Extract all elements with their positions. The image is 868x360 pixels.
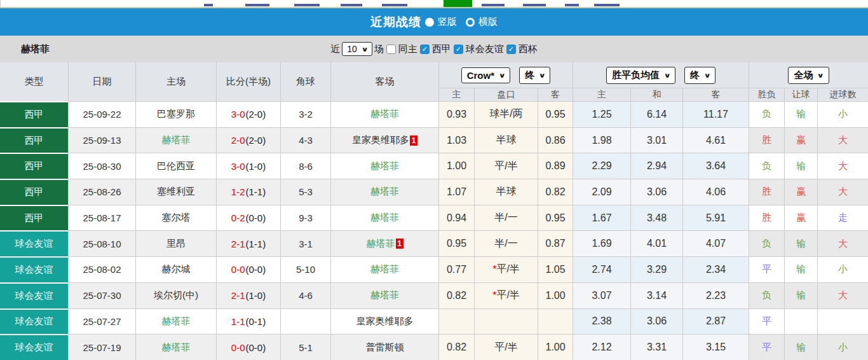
league-cell: 球会友谊 [0, 230, 68, 256]
average-period-select[interactable]: 终 ∨ [684, 67, 715, 84]
team-link[interactable]: 赫塔菲 [162, 315, 191, 328]
nav-item-sliver[interactable] [204, 4, 213, 6]
team-link[interactable]: 赫塔菲 [370, 212, 399, 224]
away-team-cell: 皇家奥维耶多1 [330, 127, 438, 153]
nav-item-sliver[interactable] [523, 4, 546, 6]
league-cell: 球会友谊 [0, 308, 68, 335]
asian-away-odds-cell: 0.82 [538, 179, 573, 205]
layout-horizontal-label: 横版 [478, 16, 498, 28]
company-period-select[interactable]: 终 ∨ [519, 67, 550, 84]
euro-away-odds-cell: 4.07 [682, 230, 749, 256]
euro-draw-odds-cell: 3.48 [630, 205, 682, 231]
corners-cell [280, 308, 330, 335]
team-link[interactable]: 里昂 [166, 238, 186, 250]
handicap-cell: 半球 [474, 127, 538, 153]
team-link[interactable]: 赫塔菲 [162, 342, 191, 354]
team-link[interactable]: 赫塔菲 [162, 134, 191, 146]
team-link[interactable]: 普雷斯顿 [366, 342, 404, 354]
handicap-cell: *平/半 [474, 256, 538, 282]
asian-away-odds-cell: 0.89 [538, 153, 573, 179]
asian-home-odds-cell: 0.82 [438, 334, 474, 360]
layout-horizontal-radio[interactable] [466, 18, 475, 27]
asian-away-odds-cell [538, 308, 573, 335]
euro-draw-odds-cell: 3.01 [630, 127, 682, 153]
corners-cell: 9-3 [280, 205, 330, 231]
team-link[interactable]: 赫塔菲 [370, 289, 399, 301]
scope-select[interactable]: 全场 ∨ [788, 67, 829, 84]
euro-draw-odds-cell: 4.01 [630, 230, 682, 256]
league-cup-checkbox[interactable] [506, 45, 516, 54]
company-select[interactable]: Crow* ∨ [461, 67, 510, 83]
team-link[interactable]: 巴塞罗那 [157, 108, 195, 120]
nav-item-sliver[interactable] [482, 4, 505, 6]
team-link[interactable]: 赫塔菲 [370, 160, 399, 172]
chevron-down-icon: ∨ [498, 72, 505, 79]
team-link[interactable]: 塞尔塔 [162, 212, 191, 224]
corners-cell: 3-1 [280, 230, 330, 256]
euro-away-odds-cell: 4.06 [682, 179, 749, 205]
goals-result-cell: 小 [817, 334, 868, 360]
asian-home-odds-cell: 0.93 [438, 101, 474, 127]
league-cell: 西甲 [0, 153, 68, 179]
goals-result-cell: 大 [817, 179, 868, 205]
nav-item-sliver[interactable] [594, 4, 609, 6]
euro-draw-odds-cell: 3.31 [630, 334, 682, 360]
away-team-cell: 赫塔菲1 [330, 230, 438, 256]
nav-item-sliver[interactable] [245, 4, 269, 6]
euro-home-odds-cell: 2.29 [573, 153, 630, 179]
nav-active-tab[interactable] [444, 0, 472, 7]
goals-result-cell: 大 [817, 153, 868, 179]
handicap-result-cell: 赢 [784, 127, 817, 153]
home-team-cell: 里昂 [135, 230, 216, 256]
asian-home-odds-cell: 0.77 [438, 256, 474, 282]
asian-away-odds-cell: 0.95 [538, 101, 573, 127]
average-select[interactable]: 胜平负均值 ∨ [606, 67, 675, 84]
team-link[interactable]: 赫塔菲 [370, 186, 399, 198]
asian-away-odds-cell: 0.86 [538, 127, 573, 153]
same-home-checkbox[interactable] [386, 45, 396, 54]
score-cell: 1-1(0-1) [216, 308, 280, 335]
nav-item-sliver[interactable] [341, 4, 362, 6]
nav-item-sliver[interactable] [294, 4, 320, 6]
team-link[interactable]: 埃尔切(中) [154, 289, 198, 301]
euro-home-odds-cell: 2.38 [573, 308, 630, 335]
layout-vertical-radio[interactable] [425, 18, 434, 27]
score-cell: 1-2(1-1) [216, 179, 280, 205]
subcol-outcome: 胜负 [749, 88, 784, 101]
team-link[interactable]: 巴伦西亚 [157, 160, 195, 172]
nav-item-sliver[interactable] [565, 4, 579, 6]
filter-bar: 赫塔菲 近 10 ∨ 场 同主 西甲 球会友谊 西杯 [0, 36, 868, 62]
handicap-cell: 平/半 [474, 153, 538, 179]
team-link[interactable]: 赫尔城 [162, 263, 191, 275]
nav-item-sliver[interactable] [609, 4, 620, 6]
league-cell: 球会友谊 [0, 256, 68, 282]
corners-cell: 3-2 [280, 101, 330, 127]
nav-item-sliver[interactable] [382, 4, 407, 6]
team-link[interactable]: 塞维利亚 [157, 186, 195, 198]
euro-away-odds-cell: 2.87 [682, 308, 749, 335]
team-link[interactable]: 赫塔菲 [370, 263, 399, 275]
result-cell: 负 [749, 282, 784, 308]
col-header-type: 类型 [0, 62, 68, 101]
home-team-cell: 赫塔菲 [135, 334, 216, 360]
league-laliga-checkbox[interactable] [420, 45, 430, 54]
euro-home-odds-cell: 2.09 [573, 179, 630, 205]
home-team-cell: 塞维利亚 [135, 179, 216, 205]
team-link[interactable]: 赫塔菲 [370, 108, 399, 120]
col-header-home: 主场 [135, 62, 216, 101]
handicap-result-cell: 输 [784, 282, 817, 308]
euro-away-odds-cell: 2.23 [682, 282, 749, 308]
asian-home-odds-cell: 1.07 [438, 179, 474, 205]
home-team-cell: 巴伦西亚 [135, 153, 216, 179]
asian-home-odds-cell: 1.00 [438, 153, 474, 179]
home-team-cell: 赫尔城 [135, 256, 216, 282]
team-link[interactable]: 皇家奥维耶多 [352, 134, 409, 146]
result-cell: 平 [749, 334, 784, 360]
team-link[interactable]: 皇家奥维耶多 [356, 315, 414, 328]
subcol-handicap: 盘口 [474, 88, 538, 101]
league-friendly-checkbox[interactable] [454, 45, 463, 54]
recent-count-select[interactable]: 10 ∨ [342, 42, 372, 56]
team-link[interactable]: 赫塔菲 [367, 238, 395, 250]
corners-cell: 4-3 [280, 127, 330, 153]
league-cell: 西甲 [0, 101, 68, 127]
